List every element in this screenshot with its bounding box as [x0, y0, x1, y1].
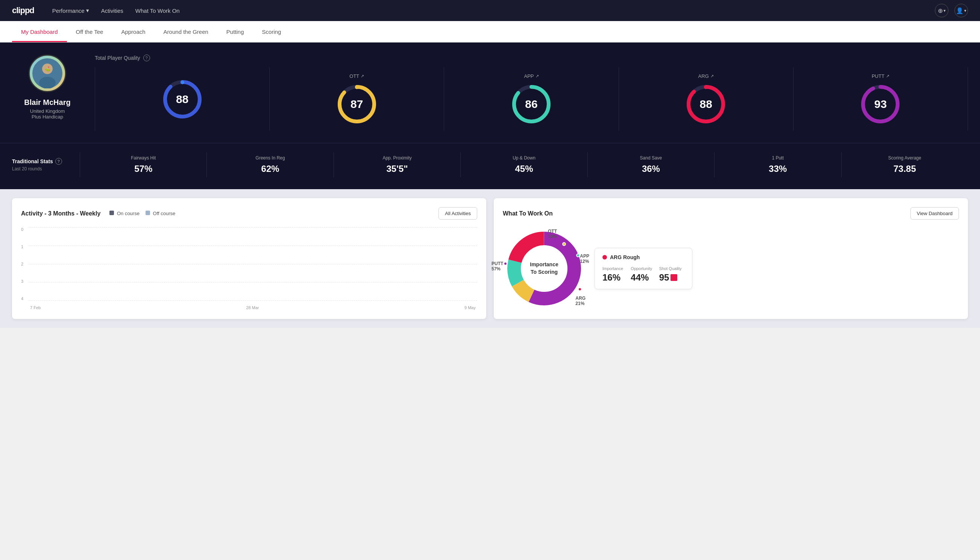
- donut-chart-wrapper: ImportanceTo Scoring OTT10% APP12% ARG21…: [503, 227, 586, 310]
- metric-label: Importance: [602, 266, 627, 271]
- score-card-ott: OTT ↗ 87: [270, 67, 444, 131]
- donut-label-ott: OTT10%: [548, 229, 557, 239]
- stat-value: 35'5": [340, 163, 454, 174]
- svg-point-6: [181, 80, 184, 84]
- off-course-dot: [146, 211, 150, 215]
- score-card-app: APP ↗ 86: [444, 67, 619, 131]
- arrow-icon-app: ↗: [536, 74, 539, 78]
- stat-label: Sand Save: [594, 155, 708, 161]
- stat-up-down: Up & Down 45%: [460, 152, 587, 177]
- stat-fairways-hit: Fairways Hit 57%: [80, 152, 206, 177]
- info-icon-trad[interactable]: ?: [55, 158, 62, 165]
- info-card-metrics: Importance 16% Opportunity 44% Shot Qual…: [602, 266, 684, 283]
- info-icon[interactable]: ?: [143, 55, 150, 61]
- tab-off-the-tee[interactable]: Off the Tee: [67, 21, 112, 42]
- donut-label-arg: ARG21%: [576, 296, 586, 306]
- all-activities-button[interactable]: All Activities: [438, 207, 477, 220]
- legend-on-course: On course: [110, 211, 140, 216]
- arrow-icon-putt: ↗: [886, 74, 889, 78]
- logo[interactable]: clippd: [12, 6, 34, 15]
- metric-value: 16%: [602, 272, 627, 283]
- svg-point-15: [704, 85, 708, 89]
- tab-around-the-green[interactable]: Around the Green: [155, 21, 217, 42]
- wtwon-panel-header: What To Work On View Dashboard: [503, 207, 959, 220]
- activity-panel: Activity - 3 Months - Weekly On course O…: [12, 198, 486, 319]
- legend-off-course: Off course: [146, 211, 175, 216]
- flag-red-icon: [671, 274, 677, 281]
- activity-panel-title: Activity - 3 Months - Weekly: [21, 210, 100, 217]
- x-labels: 7 Feb 28 Mar 9 May: [28, 305, 477, 310]
- bottom-panels: Activity - 3 Months - Weekly On course O…: [0, 189, 980, 328]
- bars-container: [28, 227, 477, 301]
- pink-dot: [602, 255, 607, 260]
- score-label-putt: PUTT ↗: [872, 73, 889, 79]
- tab-approach[interactable]: Approach: [112, 21, 154, 42]
- stat-app-proximity: App. Proximity 35'5": [334, 152, 460, 177]
- stat-1-putt: 1 Putt 33%: [714, 152, 841, 177]
- metric-value: 44%: [631, 272, 656, 283]
- chart-area: 7 Feb 28 Mar 9 May: [28, 227, 477, 310]
- stat-label: Up & Down: [467, 155, 581, 161]
- player-info: ⛳ Blair McHarg United Kingdom Plus Handi…: [12, 55, 95, 131]
- ring-putt: 93: [860, 83, 901, 125]
- arrow-icon-arg: ↗: [710, 74, 714, 78]
- svg-point-2: [39, 77, 56, 88]
- nav-activities[interactable]: Activities: [101, 1, 123, 20]
- chevron-down-icon: ▾: [86, 7, 89, 14]
- metric-opportunity: Opportunity 44%: [631, 266, 656, 283]
- tab-putting[interactable]: Putting: [217, 21, 253, 42]
- ott-dot: [562, 242, 566, 246]
- stat-value: 45%: [467, 163, 581, 174]
- nav-right: ⊕ ▾ 👤 ▾: [935, 4, 968, 17]
- score-card-main: 88: [95, 67, 270, 131]
- donut-center-text: ImportanceTo Scoring: [530, 261, 558, 276]
- score-cards: 88 OTT ↗ 87: [95, 67, 968, 131]
- score-label-arg: ARG ↗: [698, 73, 714, 79]
- chart-y-labels: 4 3 2 1 0: [21, 227, 28, 301]
- ring-main: 88: [162, 78, 203, 120]
- stat-sand-save: Sand Save 36%: [587, 152, 714, 177]
- what-to-work-on-panel: What To Work On View Dashboard: [494, 198, 968, 319]
- putt-dot: [504, 262, 507, 265]
- trad-stats-grid: Fairways Hit 57% Greens In Reg 62% App. …: [80, 152, 968, 177]
- stat-label: App. Proximity: [340, 155, 454, 161]
- metric-shot-quality: Shot Quality 95: [659, 266, 684, 283]
- ring-app: 86: [511, 83, 552, 125]
- score-cards-section: Total Player Quality ? 88 OTT: [95, 55, 968, 131]
- player-country: United Kingdom: [30, 108, 65, 114]
- score-card-putt: PUTT ↗ 93: [794, 67, 968, 131]
- user-menu-button[interactable]: 👤 ▾: [954, 4, 968, 17]
- svg-text:⛳: ⛳: [45, 66, 50, 72]
- player-handicap: Plus Handicap: [32, 114, 63, 120]
- stat-value: 62%: [213, 163, 327, 174]
- nav-links: Performance ▾ Activities What To Work On: [52, 1, 935, 20]
- tabs-bar: My Dashboard Off the Tee Approach Around…: [0, 21, 980, 42]
- nav-what-to-work-on[interactable]: What To Work On: [135, 1, 180, 20]
- tab-my-dashboard[interactable]: My Dashboard: [12, 21, 67, 42]
- tab-scoring[interactable]: Scoring: [253, 21, 290, 42]
- trad-stats-subtitle: Last 20 rounds: [12, 166, 80, 172]
- trad-stats-title: Traditional Stats ?: [12, 158, 80, 165]
- arrow-icon-ott: ↗: [361, 74, 364, 78]
- svg-point-9: [355, 85, 359, 89]
- metric-importance: Importance 16%: [602, 266, 627, 283]
- score-label-ott: OTT ↗: [349, 73, 364, 79]
- nav-performance[interactable]: Performance ▾: [52, 1, 89, 20]
- trad-stats-label: Traditional Stats ? Last 20 rounds: [12, 158, 80, 172]
- wtwon-panel-title: What To Work On: [503, 210, 553, 217]
- stat-label: Fairways Hit: [86, 155, 200, 161]
- stat-scoring-average: Scoring Average 73.85: [841, 152, 968, 177]
- view-dashboard-button[interactable]: View Dashboard: [910, 207, 959, 220]
- ring-app-value: 86: [525, 98, 537, 110]
- ring-ott-value: 87: [351, 98, 363, 110]
- arg-rough-info-card: ARG Rough Importance 16% Opportunity 44%…: [594, 248, 692, 289]
- stat-value: 33%: [720, 163, 835, 174]
- stat-label: 1 Putt: [720, 155, 835, 161]
- add-button[interactable]: ⊕ ▾: [935, 4, 948, 17]
- stat-value: 57%: [86, 163, 200, 174]
- donut-label-app: APP12%: [580, 253, 589, 264]
- donut-label-putt: PUTT57%: [491, 261, 503, 272]
- stat-label: Greens In Reg: [213, 155, 327, 161]
- metric-value: 95: [659, 272, 684, 283]
- app-dot: [576, 253, 580, 257]
